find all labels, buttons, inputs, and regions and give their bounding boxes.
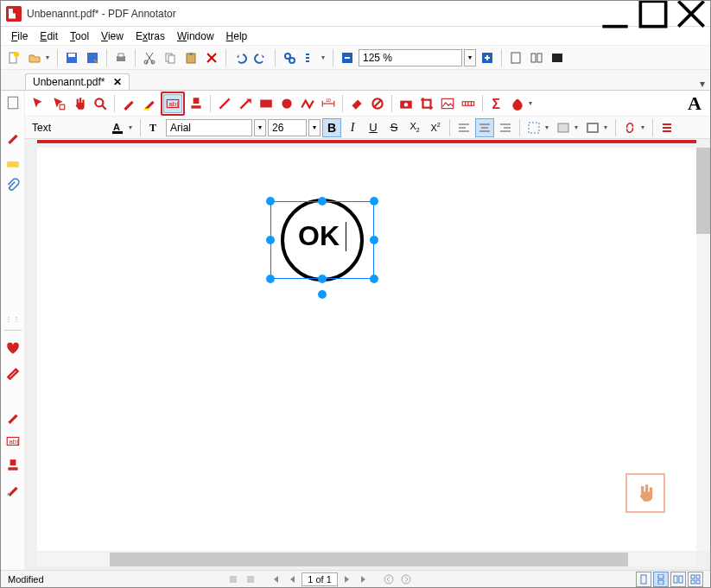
save-as-button[interactable] [83, 48, 102, 67]
line-tool[interactable] [215, 94, 234, 113]
maximize-button[interactable] [634, 1, 672, 27]
font-color-button[interactable]: A [108, 118, 127, 137]
italic-button[interactable]: I [343, 118, 362, 137]
hscroll-thumb[interactable] [110, 553, 628, 566]
size-dropdown-icon[interactable]: ▾ [308, 119, 321, 136]
page-input[interactable] [302, 572, 338, 586]
resize-handle-nw[interactable] [266, 197, 275, 205]
rotate-cw-button[interactable] [243, 572, 258, 587]
nav-back-button[interactable] [381, 572, 397, 587]
resize-handle-sw[interactable] [266, 275, 275, 283]
align-center-button[interactable] [475, 118, 494, 137]
polyline-tool[interactable] [298, 94, 317, 113]
link-dropdown-icon[interactable]: ▾ [641, 123, 648, 131]
rectangle-tool[interactable] [257, 94, 276, 113]
pen3-sidebar-icon[interactable] [3, 407, 23, 427]
menu-view[interactable]: View [96, 28, 129, 44]
eraser-tool[interactable] [347, 94, 366, 113]
resize-handle-n[interactable] [318, 197, 327, 205]
redo-button[interactable] [251, 48, 270, 67]
underline-button[interactable]: U [364, 118, 383, 137]
view-two-page-button[interactable] [670, 572, 686, 587]
tab-overflow-icon[interactable]: ▾ [695, 78, 710, 90]
favorite-dropdown-icon[interactable]: ▾ [529, 99, 536, 107]
magnify-tool[interactable] [91, 94, 110, 113]
font-size-select[interactable] [268, 119, 307, 136]
sum-tool[interactable]: Σ [487, 94, 506, 113]
search-button[interactable] [301, 48, 320, 67]
menu-file[interactable]: File [6, 28, 33, 44]
sidebar-grip-icon[interactable]: ⋮⋮ [5, 315, 21, 323]
vertical-scrollbar[interactable] [696, 148, 710, 551]
image-tool[interactable] [438, 94, 457, 113]
find-button[interactable] [280, 48, 299, 67]
zoom-out-button[interactable] [338, 48, 357, 67]
highlighter-sidebar-icon[interactable] [3, 151, 23, 172]
rotate-handle[interactable] [318, 290, 327, 299]
menu-tool[interactable]: Tool [65, 28, 94, 44]
fill-dropdown-icon[interactable]: ▾ [575, 123, 581, 131]
superscript-button[interactable]: X2 [426, 118, 445, 137]
selected-annotation[interactable]: OK [270, 201, 374, 296]
font-color-dropdown-icon[interactable]: ▾ [129, 123, 136, 131]
open-button[interactable] [25, 48, 44, 67]
more-button[interactable] [657, 118, 676, 137]
document-tab[interactable]: Unbenannt.pdf* ✕ [25, 73, 130, 90]
prev-page-button[interactable] [284, 572, 300, 587]
measure-tool[interactable] [459, 94, 478, 113]
fit-box-button[interactable] [524, 118, 543, 137]
border-button[interactable] [583, 118, 602, 137]
menu-extras[interactable]: Extras [130, 28, 170, 44]
zoom-dropdown-icon[interactable]: ▾ [464, 49, 476, 66]
save-button[interactable] [62, 48, 81, 67]
fit-box-dropdown-icon[interactable]: ▾ [545, 123, 552, 131]
menu-window[interactable]: Window [172, 28, 219, 44]
border-dropdown-icon[interactable]: ▾ [604, 123, 611, 131]
close-button[interactable] [672, 1, 710, 27]
resize-handle-ne[interactable] [370, 197, 378, 205]
resize-handle-e[interactable] [370, 236, 378, 244]
fullscreen-button[interactable] [548, 48, 567, 67]
attachment-sidebar-icon[interactable] [3, 175, 23, 196]
textbox-sidebar-icon[interactable]: ab| [3, 431, 23, 452]
pen2-sidebar-icon[interactable] [3, 362, 23, 383]
fit-page-button[interactable] [506, 48, 525, 67]
nav-forward-button[interactable] [398, 572, 414, 587]
search-dropdown-icon[interactable]: ▾ [321, 54, 328, 61]
hand-tool-button[interactable] [625, 473, 665, 513]
pen-sidebar-icon[interactable] [3, 127, 23, 148]
vscroll-thumb[interactable] [696, 148, 710, 234]
print-button[interactable] [111, 48, 130, 67]
heart-sidebar-icon[interactable] [3, 338, 23, 358]
copy-button[interactable] [161, 48, 180, 67]
snapshot-tool[interactable] [397, 94, 416, 113]
font-select[interactable] [166, 119, 252, 136]
brush-sidebar-icon[interactable] [3, 479, 23, 500]
menu-help[interactable]: Help [221, 28, 253, 44]
page-panel-icon[interactable] [3, 92, 23, 113]
highlighter-tool[interactable] [140, 94, 159, 113]
font-dropdown-icon[interactable]: ▾ [254, 119, 266, 136]
bold-button[interactable]: B [322, 118, 341, 137]
pen-tool[interactable] [119, 94, 138, 113]
annotation-text[interactable]: OK [298, 220, 340, 252]
zoom-select[interactable] [359, 49, 462, 66]
fill-color-button[interactable] [554, 118, 573, 137]
first-page-button[interactable] [267, 572, 282, 587]
align-left-button[interactable] [454, 118, 473, 137]
link-button[interactable] [620, 118, 639, 137]
pointer-tool[interactable] [29, 94, 48, 113]
subscript-button[interactable]: X2 [405, 118, 424, 137]
zoom-in-button[interactable] [478, 48, 497, 67]
tab-close-icon[interactable]: ✕ [113, 76, 122, 88]
resize-handle-se[interactable] [370, 275, 378, 283]
erase-all-tool[interactable] [368, 94, 387, 113]
last-page-button[interactable] [357, 572, 372, 587]
view-single-button[interactable] [636, 572, 651, 587]
stamp-sidebar-icon[interactable] [3, 455, 23, 476]
select-tool[interactable] [49, 94, 68, 113]
pan-tool[interactable] [70, 94, 89, 113]
new-button[interactable] [4, 48, 23, 67]
minimize-button[interactable] [596, 1, 634, 27]
cut-button[interactable] [140, 48, 159, 67]
